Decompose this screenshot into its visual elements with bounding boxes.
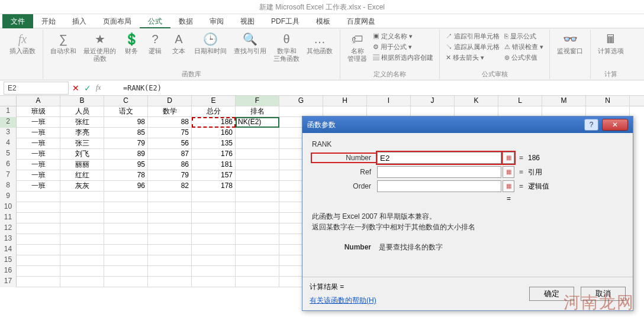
function-help-link[interactable]: 有关该函数的帮助(H) — [310, 296, 376, 304]
cell[interactable]: 一班 — [17, 138, 60, 149]
dialog-close-button[interactable]: ✕ — [602, 119, 628, 131]
cell[interactable] — [104, 266, 148, 277]
more-functions-button[interactable]: …其他函数 — [303, 30, 336, 56]
cell[interactable]: 人员 — [60, 106, 104, 117]
cell[interactable] — [236, 234, 279, 245]
cell[interactable] — [148, 202, 192, 213]
cell[interactable]: 班级 — [17, 106, 60, 117]
cell[interactable] — [236, 277, 279, 287]
cell[interactable] — [236, 192, 279, 202]
cell[interactable] — [60, 255, 104, 266]
create-from-selection-button[interactable]: ▤ 根据所选内容创建 — [373, 52, 433, 63]
cell[interactable] — [236, 266, 279, 277]
range-picker-icon[interactable]: ▦ — [503, 180, 514, 192]
cell[interactable] — [17, 192, 60, 202]
name-manager-button[interactable]: 🏷名称 管理器 — [344, 30, 371, 64]
cell[interactable] — [17, 223, 60, 234]
use-in-formula-button[interactable]: ⚙ 用于公式 ▾ — [373, 41, 433, 52]
col-header-B[interactable]: B — [60, 96, 104, 106]
row-header[interactable]: 17 — [0, 277, 17, 287]
row-header[interactable]: 4 — [0, 138, 17, 149]
cell[interactable]: 一班 — [17, 170, 60, 181]
col-header-N[interactable]: N — [586, 96, 630, 106]
row-header[interactable]: 9 — [0, 192, 17, 202]
cell[interactable] — [148, 266, 192, 277]
trace-dependents-button[interactable]: ↘ 追踪从属单元格 — [446, 41, 500, 52]
cell[interactable]: 总分 — [192, 106, 236, 117]
dialog-help-button[interactable]: ? — [584, 119, 598, 131]
cell[interactable]: 96 — [104, 181, 148, 192]
show-formulas-button[interactable]: ⎘ 显示公式 — [504, 31, 543, 41]
tab-pagelayout[interactable]: 页面布局 — [95, 14, 140, 28]
cell[interactable] — [148, 277, 192, 287]
cell[interactable] — [236, 128, 279, 138]
cell[interactable] — [192, 202, 236, 213]
cell[interactable] — [236, 160, 279, 170]
cell[interactable] — [60, 213, 104, 223]
cell[interactable]: 刘飞 — [60, 149, 104, 160]
cell[interactable]: 李亮 — [60, 128, 104, 138]
cell[interactable]: 一班 — [17, 160, 60, 170]
cell[interactable] — [60, 245, 104, 255]
cell[interactable] — [104, 234, 148, 245]
cell[interactable] — [236, 149, 279, 160]
cell[interactable]: 86 — [148, 160, 192, 170]
row-header[interactable]: 1 — [0, 106, 17, 117]
row-header[interactable]: 13 — [0, 234, 17, 245]
tab-formulas[interactable]: 公式 — [140, 14, 170, 28]
cell[interactable]: 79 — [148, 170, 192, 181]
row-header[interactable]: 15 — [0, 255, 17, 266]
col-header-C[interactable]: C — [104, 96, 148, 106]
insert-function-button[interactable]: fx 插入函数 — [6, 30, 39, 56]
ok-button[interactable]: 确定 — [529, 287, 574, 301]
cell[interactable] — [60, 234, 104, 245]
row-header[interactable]: 6 — [0, 160, 17, 170]
formula-bar[interactable]: =RANK(E2) — [120, 84, 644, 92]
cell[interactable]: 红红 — [60, 170, 104, 181]
cell[interactable] — [17, 255, 60, 266]
row-header[interactable]: 16 — [0, 266, 17, 277]
cell[interactable] — [192, 266, 236, 277]
cell[interactable]: 89 — [104, 149, 148, 160]
tab-template[interactable]: 模板 — [308, 14, 339, 28]
evaluate-formula-button[interactable]: ⊚ 公式求值 — [504, 52, 543, 63]
cell[interactable] — [148, 255, 192, 266]
cell[interactable]: NK(E2) — [236, 117, 279, 128]
cancel-button[interactable]: 取消 — [581, 287, 626, 301]
cell[interactable]: 56 — [148, 138, 192, 149]
datetime-button[interactable]: 🕒日期和时间 — [191, 30, 230, 56]
cell[interactable]: 一班 — [17, 117, 60, 128]
row-header[interactable]: 5 — [0, 149, 17, 160]
define-name-button[interactable]: ▣ 定义名称 ▾ — [373, 31, 433, 41]
cell[interactable] — [192, 277, 236, 287]
cell[interactable]: 张红 — [60, 117, 104, 128]
cell[interactable] — [104, 213, 148, 223]
cell[interactable] — [148, 192, 192, 202]
enter-formula-icon[interactable]: ✓ — [84, 83, 91, 93]
cell[interactable]: 176 — [192, 149, 236, 160]
cell[interactable] — [17, 266, 60, 277]
cell[interactable] — [236, 245, 279, 255]
cell[interactable] — [192, 234, 236, 245]
cell[interactable] — [104, 202, 148, 213]
cell[interactable]: 88 — [148, 117, 192, 128]
cell[interactable] — [17, 213, 60, 223]
cell[interactable]: 语文 — [104, 106, 148, 117]
cell[interactable] — [104, 192, 148, 202]
cell[interactable] — [236, 223, 279, 234]
range-picker-icon[interactable]: ▦ — [503, 166, 514, 178]
cell[interactable] — [17, 245, 60, 255]
col-header-E[interactable]: E — [192, 96, 236, 106]
col-header-D[interactable]: D — [148, 96, 192, 106]
tab-insert[interactable]: 插入 — [64, 14, 95, 28]
cell[interactable] — [148, 245, 192, 255]
cell[interactable] — [104, 277, 148, 287]
arg-input-number[interactable] — [377, 152, 501, 164]
cell[interactable] — [104, 245, 148, 255]
row-header[interactable]: 3 — [0, 128, 17, 138]
cell[interactable]: 丽丽 — [60, 160, 104, 170]
tab-pdf[interactable]: PDF工具 — [263, 14, 308, 28]
math-button[interactable]: θ数学和 三角函数 — [270, 30, 303, 64]
cell[interactable] — [192, 192, 236, 202]
cell[interactable]: 一班 — [17, 181, 60, 192]
